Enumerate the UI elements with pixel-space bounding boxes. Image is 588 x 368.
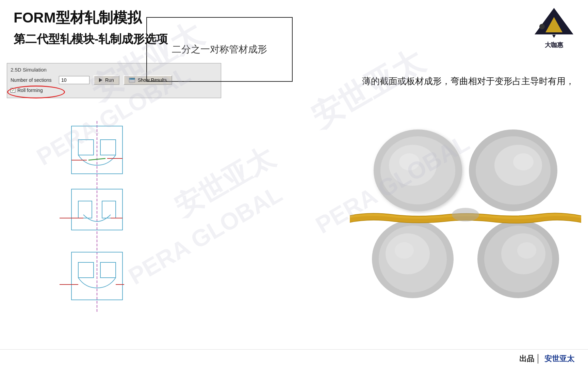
3d-model-svg <box>350 116 581 320</box>
title-sub: 第二代型轧模块-轧制成形选项 <box>14 31 574 47</box>
svg-rect-13 <box>102 201 116 218</box>
svg-rect-7 <box>100 140 116 155</box>
logo-area: 大咖惠 <box>534 7 574 37</box>
cad-roll-diagram <box>53 121 141 312</box>
cad-diagrams-area <box>53 121 141 313</box>
svg-rect-17 <box>78 262 94 278</box>
svg-marker-3 <box>552 35 556 37</box>
center-box: 二分之一对称管材成形 <box>146 17 293 82</box>
watermark-4: PERA GLOBAL <box>124 180 287 290</box>
svg-point-2 <box>539 24 545 29</box>
svg-point-28 <box>513 153 534 170</box>
svg-rect-6 <box>78 140 94 155</box>
footer-brand: 安世亚太 <box>544 354 574 364</box>
footer-divider <box>538 354 538 364</box>
title-main: FORM型材轧制模拟 <box>14 8 574 27</box>
svg-rect-18 <box>100 262 116 278</box>
description-text: 薄的截面或板材成形，弯曲相对于变形占主导时有用， <box>362 75 574 87</box>
logo-text: 大咖惠 <box>534 41 574 49</box>
results-icon <box>129 78 135 82</box>
footer-label: 出品 <box>519 354 534 364</box>
watermark-3: 安世亚太 <box>168 139 281 225</box>
svg-point-32 <box>395 242 414 259</box>
svg-point-24 <box>399 153 420 170</box>
roll-forming-label: Roll forming <box>17 88 43 93</box>
roll-forming-row: ✓ Roll forming <box>11 88 215 93</box>
sim-sections-label: Number of sections <box>11 77 55 83</box>
svg-point-37 <box>452 208 479 221</box>
play-icon <box>99 78 102 82</box>
roll-forming-checkbox[interactable]: ✓ <box>11 88 15 93</box>
sim-sections-input[interactable] <box>59 76 89 84</box>
run-button[interactable]: Run <box>94 75 119 85</box>
center-box-text: 二分之一对称管材成形 <box>172 43 267 56</box>
footer: 出品 安世亚太 <box>0 349 588 368</box>
3d-model-area <box>350 116 581 320</box>
svg-rect-12 <box>78 201 92 218</box>
logo-svg <box>534 7 574 37</box>
svg-point-36 <box>517 242 536 259</box>
run-button-label: Run <box>105 77 114 83</box>
header: FORM型材轧制模拟 第二代型轧模块-轧制成形选项 <box>0 0 588 50</box>
